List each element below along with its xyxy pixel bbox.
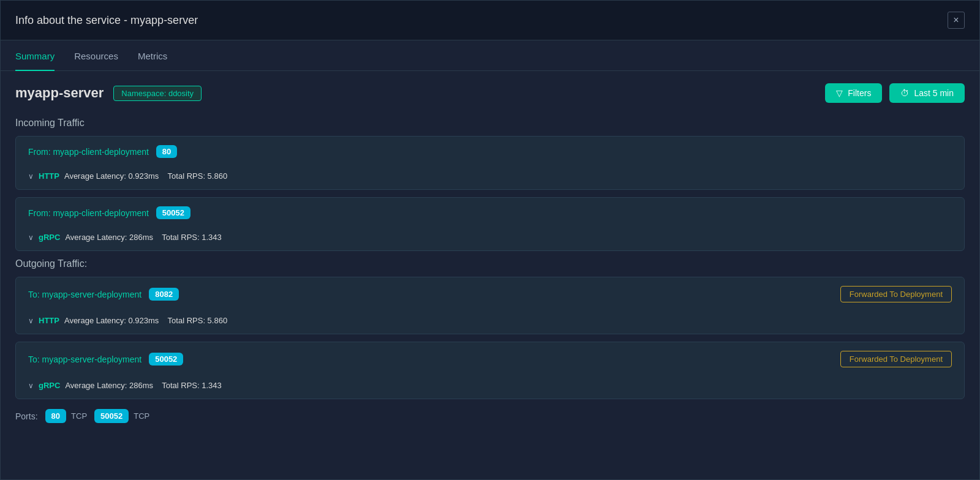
chevron-down-icon-3: ∨ [28, 317, 34, 325]
header-actions: ▽ Filters ⏱ Last 5 min [825, 83, 965, 103]
incoming-source-1: From: myapp-client-deployment 80 [28, 145, 177, 158]
tab-metrics[interactable]: Metrics [138, 41, 167, 71]
incoming-port-1: 80 [156, 145, 177, 158]
outgoing-protocol-1: HTTP [39, 316, 59, 325]
outgoing-details-2: ∨ gRPC Average Latency: 286ms Total RPS:… [16, 376, 964, 399]
port-group-1: 80 TCP [45, 409, 87, 423]
filters-button[interactable]: ▽ Filters [825, 83, 882, 103]
incoming-label-2: From: myapp-client-deployment [28, 208, 149, 218]
outgoing-label-1: To: myapp-server-deployment [28, 290, 141, 299]
outgoing-label-2: To: myapp-server-deployment [28, 354, 141, 364]
outgoing-source-1: To: myapp-server-deployment 8082 [28, 288, 179, 301]
incoming-details-1: ∨ HTTP Average Latency: 0.923ms Total RP… [16, 167, 964, 189]
tabs-bar: Summary Resources Metrics [1, 40, 979, 71]
outgoing-port-2: 50052 [149, 353, 183, 366]
outgoing-stats-2: Average Latency: 286ms Total RPS: 1.343 [65, 381, 221, 390]
main-content: myapp-server Namespace: ddosity ▽ Filter… [1, 71, 979, 479]
filter-icon: ▽ [836, 88, 843, 98]
filters-label: Filters [848, 88, 871, 98]
incoming-traffic-card-1: From: myapp-client-deployment 80 ∨ HTTP … [15, 136, 965, 190]
incoming-card-2-header: From: myapp-client-deployment 50052 [16, 198, 964, 228]
close-button[interactable]: × [948, 12, 965, 29]
outgoing-source-2: To: myapp-server-deployment 50052 [28, 353, 183, 366]
chevron-down-icon-1: ∨ [28, 172, 34, 181]
outgoing-card-1-header: To: myapp-server-deployment 8082 Forward… [16, 277, 964, 311]
incoming-protocol-2: gRPC [39, 233, 60, 242]
modal-title: Info about the service - myapp-server [15, 14, 198, 27]
incoming-stats-1: Average Latency: 0.923ms Total RPS: 5.86… [64, 171, 227, 181]
outgoing-protocol-2: gRPC [39, 381, 60, 390]
port-protocol-2: TCP [134, 411, 149, 421]
namespace-badge: Namespace: ddosity [113, 86, 202, 101]
forwarded-badge-1: Forwarded To Deployment [840, 286, 952, 302]
time-range-button[interactable]: ⏱ Last 5 min [889, 83, 965, 103]
service-header: myapp-server Namespace: ddosity ▽ Filter… [15, 83, 965, 103]
outgoing-traffic-card-2: To: myapp-server-deployment 50052 Forwar… [15, 342, 965, 399]
incoming-traffic-title: Incoming Traffic [15, 118, 965, 129]
forwarded-badge-2: Forwarded To Deployment [840, 351, 952, 367]
incoming-stats-2: Average Latency: 286ms Total RPS: 1.343 [65, 233, 221, 242]
time-icon: ⏱ [900, 88, 909, 98]
service-name: myapp-server [15, 85, 104, 101]
incoming-details-2: ∨ gRPC Average Latency: 286ms Total RPS:… [16, 228, 964, 250]
chevron-down-icon-4: ∨ [28, 381, 34, 390]
outgoing-port-1: 8082 [149, 288, 179, 301]
tab-resources[interactable]: Resources [74, 41, 118, 71]
incoming-traffic-card-2: From: myapp-client-deployment 50052 ∨ gR… [15, 197, 965, 251]
incoming-source-2: From: myapp-client-deployment 50052 [28, 206, 190, 219]
incoming-card-1-header: From: myapp-client-deployment 80 [16, 137, 964, 167]
service-name-area: myapp-server Namespace: ddosity [15, 85, 202, 101]
outgoing-card-2-header: To: myapp-server-deployment 50052 Forwar… [16, 342, 964, 376]
tab-summary[interactable]: Summary [15, 41, 55, 71]
incoming-port-2: 50052 [156, 206, 190, 219]
ports-section: Ports: 80 TCP 50052 TCP [15, 409, 965, 423]
incoming-label-1: From: myapp-client-deployment [28, 147, 149, 157]
ports-label: Ports: [15, 411, 38, 421]
outgoing-details-1: ∨ HTTP Average Latency: 0.923ms Total RP… [16, 311, 964, 334]
port-protocol-1: TCP [71, 411, 87, 421]
port-number-1: 80 [45, 409, 66, 423]
modal-header: Info about the service - myapp-server × [1, 1, 979, 40]
incoming-protocol-1: HTTP [39, 171, 59, 181]
port-group-2: 50052 TCP [94, 409, 149, 423]
time-label: Last 5 min [914, 88, 954, 98]
modal-container: Info about the service - myapp-server × … [0, 0, 980, 480]
outgoing-traffic-card-1: To: myapp-server-deployment 8082 Forward… [15, 277, 965, 334]
outgoing-traffic-title: Outgoing Traffic: [15, 258, 965, 269]
port-number-2: 50052 [94, 409, 129, 423]
chevron-down-icon-2: ∨ [28, 233, 34, 242]
outgoing-stats-1: Average Latency: 0.923ms Total RPS: 5.86… [64, 316, 227, 325]
